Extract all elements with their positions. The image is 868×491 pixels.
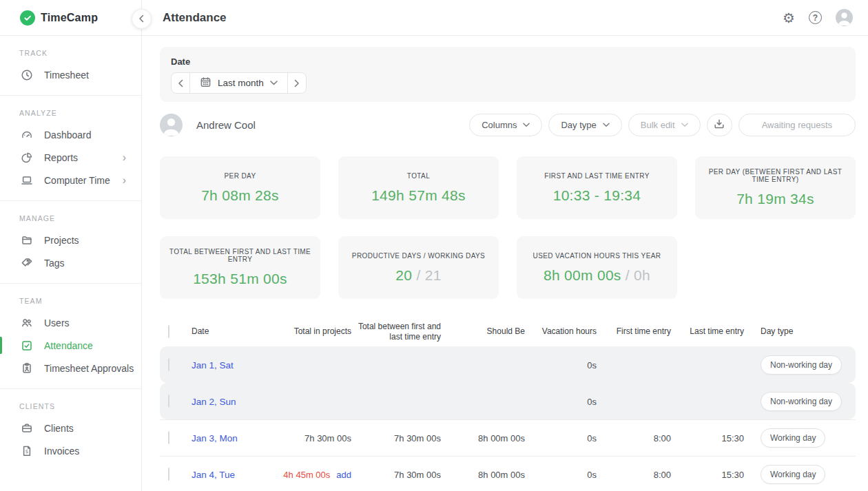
next-period-button[interactable] bbox=[287, 72, 307, 94]
col-header-date: Date bbox=[192, 326, 281, 337]
awaiting-requests-label: Awaiting requests bbox=[762, 120, 832, 130]
stat-card-first-last-entry: FIRST AND LAST TIME ENTRY 10:33 - 19:34 bbox=[517, 156, 677, 219]
date-link[interactable]: Jan 3, Mon bbox=[192, 433, 238, 443]
row-checkbox[interactable] bbox=[168, 395, 169, 408]
top-header: Attendance ⚙ ? bbox=[142, 0, 868, 36]
sidebar-header: TimeCamp bbox=[0, 0, 141, 36]
prev-period-button[interactable] bbox=[171, 72, 190, 94]
columns-dropdown[interactable]: Columns bbox=[469, 114, 542, 136]
attendance-table: Date Total in projects Total between fir… bbox=[160, 317, 856, 491]
chevron-right-icon: › bbox=[123, 152, 126, 163]
sidebar-item-label: Dashboard bbox=[44, 129, 92, 140]
sidebar-section-track: TRACK Timesheet bbox=[0, 36, 141, 96]
user-avatar[interactable] bbox=[836, 9, 853, 26]
sidebar-item-invoices[interactable]: $ Invoices bbox=[0, 439, 141, 462]
date-range-control: Last month bbox=[171, 72, 307, 94]
export-button[interactable] bbox=[707, 114, 732, 136]
bulk-edit-dropdown[interactable]: Bulk edit bbox=[628, 114, 701, 136]
cell-total-in-projects: 7h 30m 00s bbox=[281, 433, 351, 443]
day-type-pill[interactable]: Working day bbox=[761, 428, 825, 448]
page-title: Attendance bbox=[163, 11, 227, 25]
select-all-checkbox[interactable] bbox=[168, 325, 169, 338]
stat-card-empty bbox=[695, 236, 856, 299]
employee-avatar bbox=[160, 114, 183, 136]
stat-card-used-vacation: USED VACATION HOURS THIS YEAR 8h 00m 00s… bbox=[517, 236, 677, 299]
sidebar-item-dashboard[interactable]: Dashboard bbox=[0, 123, 141, 146]
sidebar-item-label: Computer Time bbox=[44, 175, 110, 186]
section-label: TRACK bbox=[19, 49, 141, 57]
stat-value: 20 / 21 bbox=[395, 267, 441, 284]
app-window: TimeCamp TRACK Timesheet ANALYZE bbox=[0, 0, 868, 491]
row-checkbox[interactable] bbox=[168, 468, 169, 481]
col-header-day-type: Day type bbox=[744, 326, 846, 337]
cell-vacation-hours: 0s bbox=[525, 360, 597, 370]
clipboard-person-icon bbox=[21, 362, 33, 375]
sidebar-item-projects[interactable]: Projects bbox=[0, 229, 141, 251]
date-link[interactable]: Jan 4, Tue bbox=[192, 470, 235, 480]
date-range-dropdown[interactable]: Last month bbox=[189, 72, 288, 94]
sidebar-item-attendance[interactable]: Attendance bbox=[0, 334, 141, 357]
section-label: CLIENTS bbox=[19, 402, 141, 410]
cell-total-in-projects: 4h 45m 00sadd bbox=[281, 470, 351, 480]
stat-label: FIRST AND LAST TIME ENTRY bbox=[544, 172, 650, 180]
sidebar-item-label: Projects bbox=[44, 235, 79, 246]
timecamp-logo[interactable]: TimeCamp bbox=[20, 10, 98, 25]
day-type-pill[interactable]: Non-working day bbox=[761, 355, 842, 375]
date-link[interactable]: Jan 1, Sat bbox=[192, 360, 234, 370]
awaiting-requests-button[interactable]: Awaiting requests bbox=[738, 114, 856, 136]
sidebar-section-analyze: ANALYZE Dashboard Reports › Computer Tim… bbox=[0, 96, 141, 201]
tags-icon bbox=[21, 257, 33, 269]
folder-icon bbox=[21, 234, 33, 247]
sidebar-section-team: TEAM Users Attendance Timesheet Approval… bbox=[0, 284, 141, 389]
content: Date Last month bbox=[142, 36, 868, 491]
stat-value: 153h 51m 00s bbox=[193, 271, 287, 287]
cell-vacation-hours: 0s bbox=[525, 397, 597, 407]
chevron-left-icon bbox=[138, 13, 145, 25]
sidebar-collapse-button[interactable] bbox=[132, 9, 152, 29]
sidebar-item-tags[interactable]: Tags bbox=[0, 251, 141, 274]
sidebar-item-reports[interactable]: Reports › bbox=[0, 146, 141, 169]
employee-name: Andrew Cool bbox=[196, 119, 256, 131]
day-type-pill[interactable]: Working day bbox=[761, 465, 825, 484]
timecamp-logo-icon bbox=[20, 10, 35, 25]
stat-label: PRODUCTIVE DAYS / WORKING DAYS bbox=[352, 252, 485, 260]
bulk-edit-label: Bulk edit bbox=[641, 120, 675, 130]
stat-card-total: TOTAL 149h 57m 48s bbox=[338, 156, 499, 219]
pie-chart-icon bbox=[21, 152, 33, 164]
row-checkbox[interactable] bbox=[168, 431, 169, 444]
stat-value: 10:33 - 19:34 bbox=[553, 187, 641, 204]
main-area: Attendance ⚙ ? Date bbox=[142, 0, 868, 491]
gear-icon[interactable]: ⚙ bbox=[783, 11, 795, 25]
svg-text:$: $ bbox=[25, 449, 28, 455]
stats-row-2: TOTAL BETWEEN FIRST AND LAST TIME ENTRY … bbox=[160, 236, 856, 299]
row-checkbox[interactable] bbox=[168, 358, 169, 371]
stat-label: PER DAY bbox=[225, 172, 256, 180]
cell-vacation-hours: 0s bbox=[525, 470, 597, 480]
sidebar-item-timesheet-approvals[interactable]: Timesheet Approvals bbox=[0, 357, 141, 379]
sidebar-item-users[interactable]: Users bbox=[0, 311, 141, 334]
sidebar-item-clients[interactable]: Clients bbox=[0, 417, 141, 439]
add-time-link[interactable]: add bbox=[336, 470, 351, 480]
invoice-icon: $ bbox=[21, 445, 33, 457]
sidebar-item-timesheet[interactable]: Timesheet bbox=[0, 63, 141, 86]
help-icon[interactable]: ? bbox=[809, 11, 822, 24]
stat-label: PER DAY (BETWEEN FIRST AND LAST TIME ENT… bbox=[699, 168, 851, 183]
sidebar-item-computer-time[interactable]: Computer Time › bbox=[0, 169, 141, 191]
day-type-pill[interactable]: Non-working day bbox=[761, 392, 842, 411]
stat-card-productive-days: PRODUCTIVE DAYS / WORKING DAYS 20 / 21 bbox=[338, 236, 499, 299]
col-header-last-time-entry: Last time entry bbox=[671, 326, 744, 337]
col-header-total-in-projects: Total in projects bbox=[281, 326, 351, 337]
stat-value-muted: / 21 bbox=[412, 267, 441, 283]
cell-vacation-hours: 0s bbox=[525, 433, 597, 443]
date-link[interactable]: Jan 2, Sun bbox=[192, 397, 236, 407]
day-type-dropdown[interactable]: Day type bbox=[548, 114, 621, 136]
stat-value: 8h 00m 00s / 0h bbox=[544, 267, 650, 284]
gauge-icon bbox=[21, 129, 33, 141]
cell-total-between: 7h 30m 00s bbox=[351, 433, 441, 443]
calendar-icon bbox=[200, 76, 211, 90]
date-filter-label: Date bbox=[171, 56, 845, 67]
stat-card-per-day-between: PER DAY (BETWEEN FIRST AND LAST TIME ENT… bbox=[695, 156, 856, 219]
stat-value: 7h 08m 28s bbox=[201, 187, 279, 204]
sidebar-item-label: Clients bbox=[44, 423, 74, 434]
user-toolbar-row: Andrew Cool Columns Day type Bulk edit bbox=[160, 113, 856, 136]
